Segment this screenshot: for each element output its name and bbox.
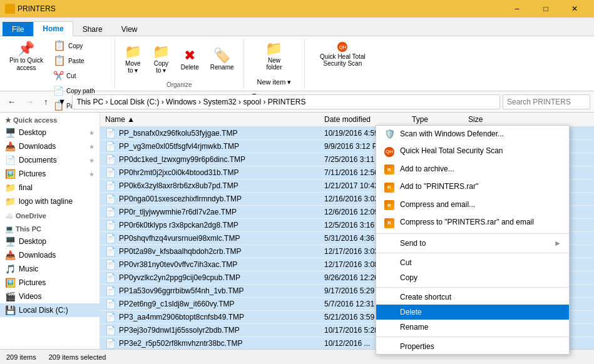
- onedrive-icon: ☁️: [5, 212, 14, 220]
- tab-home[interactable]: Home: [33, 21, 73, 36]
- sidebar-item-documents[interactable]: 📄 Documents ★: [0, 153, 100, 167]
- context-menu-item-compress-email[interactable]: RCompress and email...: [376, 196, 569, 214]
- file-name: PP0r6k0tklyps r3x8pckan2dg8.TMP: [119, 221, 238, 230]
- rar-icon: R: [384, 216, 395, 228]
- title-bar-left: PRINTERS: [5, 4, 56, 14]
- context-menu-item-create-shortcut[interactable]: Create shortcut: [376, 290, 569, 305]
- context-menu-item-properties[interactable]: Properties: [376, 339, 569, 354]
- submenu-arrow: ►: [554, 239, 561, 248]
- move-to-button[interactable]: 📁 Moveto ▾: [120, 42, 146, 77]
- file-name: PP0yvzlkc2yn2ppg9cij0e9cpub.TMP: [119, 273, 240, 282]
- maximize-button[interactable]: □: [531, 0, 560, 18]
- context-menu-item-rename[interactable]: Rename: [376, 320, 569, 335]
- context-menu-item-add-archive[interactable]: RAdd to archive...: [376, 160, 569, 178]
- pictures-icon: 🖼️: [5, 169, 16, 179]
- ribbon-group-clipboard: 📌 Pin to Quick access 📋 Copy 📋 Paste ✂️ …: [0, 39, 115, 88]
- tab-view[interactable]: View: [112, 22, 147, 36]
- file-name: PP0shqvfhzq4vursrnuei98xmlc.TMP: [119, 234, 240, 243]
- context-menu-label: Compress and email...: [400, 200, 561, 209]
- file-icon: 📄: [105, 273, 116, 283]
- sidebar-item-downloads[interactable]: 📥 Downloads ★: [0, 139, 100, 153]
- context-menu-item-send-to[interactable]: Send to►: [376, 236, 569, 251]
- rar-icon: R: [384, 181, 395, 193]
- file-icon: 📄: [105, 286, 116, 296]
- sidebar-item-this-desktop[interactable]: 🖥️ Desktop: [0, 235, 100, 248]
- forward-button[interactable]: →: [22, 95, 38, 108]
- title-bar-title: PRINTERS: [18, 4, 56, 13]
- back-button[interactable]: ←: [4, 95, 19, 108]
- logo-folder-icon: 📁: [5, 196, 16, 206]
- context-menu-item-copy[interactable]: Copy: [376, 270, 569, 285]
- delete-label: Delete: [181, 64, 199, 71]
- col-header-name[interactable]: Name ▲: [100, 114, 319, 125]
- copy-path-label: Copy path: [66, 88, 95, 94]
- copy-icon: 📋: [53, 41, 66, 51]
- tab-share[interactable]: Share: [73, 22, 112, 36]
- thispc-header: 💻 This PC: [0, 221, 100, 235]
- file-name: PP_vg3me0xl05tfsgfvl4rjmwkb.TMP: [119, 142, 239, 151]
- file-icon: 📄: [105, 181, 116, 191]
- onedrive-header: ☁️ OneDrive: [0, 208, 100, 221]
- pin-quick-access-button[interactable]: 📌 Pin to Quick access: [5, 39, 48, 75]
- delete-icon: ✖: [184, 49, 195, 63]
- recent-locations-button[interactable]: ▼: [54, 95, 70, 108]
- sidebar-item-local-disk[interactable]: 💾 Local Disk (C:): [0, 303, 100, 317]
- file-icon: 📄: [105, 325, 116, 335]
- sidebar-item-logo[interactable]: 📁 logo with tagline: [0, 195, 100, 208]
- ribbon-group-quickheal: QH Quick Heal Total Security Scan: [305, 39, 380, 88]
- copy-button[interactable]: 📋 Copy: [50, 39, 110, 53]
- move-icon: 📁: [125, 45, 141, 59]
- copy-label: Copy: [68, 43, 83, 49]
- file-icon: 📄: [105, 168, 116, 178]
- rename-button[interactable]: 🏷️ Rename: [206, 46, 238, 74]
- minimize-button[interactable]: –: [503, 0, 531, 18]
- this-pictures-icon: 🖼️: [5, 278, 16, 288]
- context-menu-item-add-printers-rar[interactable]: RAdd to "PRINTERS.rar": [376, 178, 569, 196]
- final-folder-icon: 📁: [5, 183, 16, 193]
- sidebar-item-desktop[interactable]: 🖥️ Desktop ★: [0, 126, 100, 139]
- col-header-type[interactable]: Type: [407, 114, 463, 125]
- context-menu-item-cut[interactable]: Cut: [376, 255, 569, 270]
- copy-to-button[interactable]: 📁 Copyto ▾: [148, 42, 174, 77]
- copy-path-icon: 📄: [53, 86, 64, 96]
- close-button[interactable]: ✕: [560, 0, 589, 18]
- file-icon: 📄: [105, 194, 116, 204]
- ribbon-group-organize: 📁 Moveto ▾ 📁 Copyto ▾ ✖ Delete 🏷️ Rename…: [115, 39, 244, 88]
- context-menu-item-delete[interactable]: Delete: [376, 305, 569, 320]
- up-button[interactable]: ↑: [40, 95, 52, 108]
- documents-icon: 📄: [5, 155, 16, 165]
- context-menu-item-qh-scan[interactable]: QHQuick Heal Total Security Scan: [376, 142, 569, 160]
- qh-context-icon: QH: [384, 145, 395, 157]
- search-input[interactable]: [503, 94, 590, 109]
- file-name: PP3ej3o79dnwl1j65ssolyr2bdb.TMP: [119, 326, 240, 335]
- address-path-input[interactable]: [72, 94, 500, 109]
- sidebar-item-this-pictures[interactable]: 🖼️ Pictures: [0, 276, 100, 290]
- sidebar-item-final[interactable]: 📁 final: [0, 181, 100, 195]
- context-menu-item-scan-defender[interactable]: 🛡️Scan with Windows Defender...: [376, 126, 569, 142]
- paste-button[interactable]: 📋 Paste: [50, 54, 110, 68]
- sidebar-item-this-downloads[interactable]: 📥 Downloads: [0, 248, 100, 262]
- file-name: PP0dc1ked_lzwxgmy99r6p6dinc.TMP: [119, 155, 245, 164]
- sidebar-item-pictures[interactable]: 🖼️ Pictures ★: [0, 167, 100, 181]
- file-icon: 📄: [105, 141, 116, 151]
- delete-button[interactable]: ✖ Delete: [177, 46, 203, 74]
- new-item-button[interactable]: New item ▾: [254, 76, 295, 88]
- cut-button[interactable]: ✂️ Cut: [50, 69, 110, 83]
- qh-label: Quick Heal Total Security Scan: [314, 53, 371, 67]
- qh-items: QH Quick Heal Total Security Scan: [310, 39, 375, 80]
- file-icon: 📄: [105, 128, 116, 138]
- context-menu-label: Create shortcut: [400, 293, 561, 301]
- sidebar-item-videos[interactable]: 🎬 Videos: [0, 290, 100, 303]
- tab-file[interactable]: File: [3, 22, 33, 36]
- col-header-size[interactable]: Size: [463, 114, 501, 125]
- rar-icon: R: [384, 163, 395, 175]
- file-icon: 📄: [105, 338, 116, 348]
- file-name: PP0k6x3zyl8axr8rb6zx8ub7pd.TMP: [119, 181, 238, 190]
- new-folder-button[interactable]: 📁 New folder: [261, 39, 287, 74]
- col-header-date[interactable]: Date modified: [319, 114, 407, 125]
- context-menu-item-compress-printers-email[interactable]: RCompress to "PRINTERS.rar" and email: [376, 213, 569, 231]
- sidebar-item-music[interactable]: 🎵 Music: [0, 262, 100, 276]
- context-menu-label: Rename: [400, 323, 561, 331]
- context-menu-label: Send to: [400, 239, 549, 248]
- qh-scan-button[interactable]: QH Quick Heal Total Security Scan: [310, 39, 375, 70]
